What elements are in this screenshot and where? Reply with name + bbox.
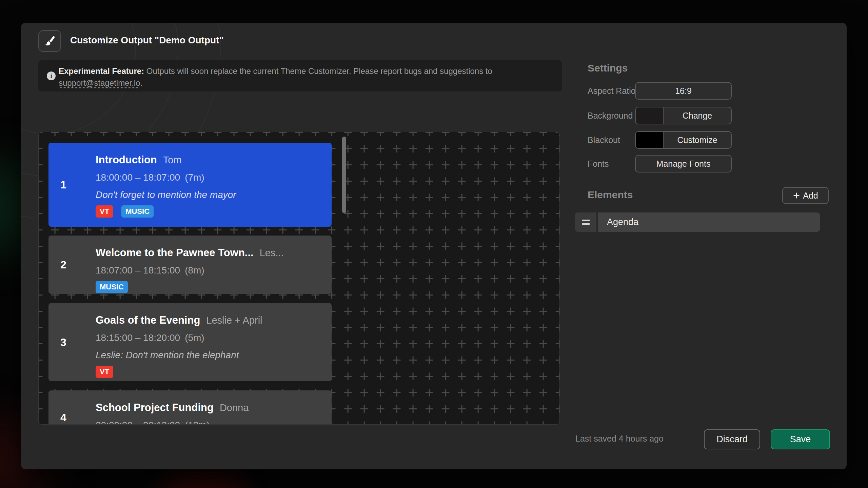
grid-plus-mark: + [294,132,304,138]
grid-plus-mark: + [82,132,93,138]
agenda-item-number: 2 [53,259,74,271]
grid-plus-mark: + [131,132,141,138]
grid-plus-mark: + [375,191,386,203]
grid-plus-mark: + [538,240,548,252]
settings-label-aspect-ratio: Aspect Ratio [588,82,636,100]
grid-plus-mark: + [375,272,386,285]
grid-plus-mark: + [554,289,560,301]
grid-plus-mark: + [506,132,516,138]
settings-button-manage-fonts[interactable]: Manage Fonts [635,155,732,172]
settings-label-fonts: Fonts [588,155,609,172]
info-icon: i [47,72,56,80]
grid-plus-mark: + [457,386,467,399]
grid-plus-mark: + [554,224,560,236]
grid-plus-mark: + [554,256,560,268]
grid-plus-mark: + [506,403,516,415]
agenda-item-note: Don't forget to mention the mayor [96,188,332,202]
agenda-item-title-row: Welcome to the Pawnee Town...Les... [96,246,332,260]
agenda-item-card[interactable]: 4School Project FundingDonna20:00:00 – 2… [48,390,332,425]
drag-handle-icon[interactable] [575,212,596,232]
grid-plus-mark: + [522,159,532,171]
grid-plus-mark: + [392,321,402,333]
grid-plus-mark: + [522,191,532,203]
grid-plus-mark: + [506,224,516,236]
settings-button-customize[interactable]: Customize [635,131,732,149]
preview-scrollbar-thumb[interactable] [342,137,346,213]
grid-plus-mark: + [522,403,532,415]
grid-plus-mark: + [473,370,483,382]
grid-plus-mark: + [440,305,451,317]
grid-plus-mark: + [522,370,532,382]
grid-plus-mark: + [522,321,532,333]
grid-plus-mark: + [408,370,418,382]
grid-plus-mark: + [489,142,499,155]
grid-plus-mark: + [440,321,451,333]
agenda-item-card[interactable]: 3Goals of the EveningLeslie + April18:15… [48,303,332,381]
agenda-item-tags: VT [96,366,332,378]
grid-plus-mark: + [408,132,418,138]
grid-plus-mark: + [506,386,516,399]
element-row-label[interactable]: Agenda [598,212,820,232]
settings-button-label: Manage Fonts [636,159,731,169]
time-range: 18:07:00 – 18:15:00 [96,265,180,276]
grid-plus-mark: + [489,240,499,252]
grid-plus-mark: + [522,256,532,268]
grid-plus-mark: + [473,191,483,203]
grid-plus-mark: + [440,132,451,138]
add-element-button[interactable]: Add [782,187,829,204]
agenda-item-title: Welcome to the Pawnee Town... [96,246,254,260]
save-button[interactable]: Save [771,429,830,449]
grid-plus-mark: + [359,240,369,252]
grid-plus-mark: + [408,175,418,187]
grid-plus-mark: + [473,419,483,425]
support-email-link[interactable]: support@stagetimer.io [59,78,140,87]
grid-plus-mark: + [554,175,560,187]
grid-plus-mark: + [375,338,386,350]
grid-plus-mark: + [538,289,548,301]
grid-plus-mark: + [375,207,386,220]
grid-plus-mark: + [38,256,44,268]
grid-plus-mark: + [554,403,560,415]
agenda-item-time: 18:00:00 – 18:07:00(7m) [96,171,332,184]
grid-plus-mark: + [440,338,451,350]
grid-plus-mark: + [538,370,548,382]
grid-plus-mark: + [424,191,434,203]
color-swatch[interactable] [636,132,664,148]
notice-bold: Experimental Feature: [59,66,144,76]
grid-plus-mark: + [359,403,369,415]
grid-plus-mark: + [522,240,532,252]
grid-plus-mark: + [457,159,467,171]
grid-plus-mark: + [38,354,44,366]
grid-plus-mark: + [538,386,548,399]
agenda-item-title-row: IntroductionTom [96,153,332,167]
color-swatch[interactable] [636,107,664,124]
agenda-item-card[interactable]: 1IntroductionTom18:00:00 – 18:07:00(7m)D… [48,143,332,227]
grid-plus-mark: + [229,132,239,138]
grid-plus-mark: + [359,419,369,425]
grid-plus-mark: + [343,370,353,382]
grid-plus-mark: + [506,142,516,155]
grid-plus-mark: + [522,272,532,285]
agenda-item-time: 20:00:00 – 20:13:00(13m) [96,419,332,425]
grid-plus-mark: + [473,305,483,317]
grid-plus-mark: + [343,256,353,268]
grid-plus-mark: + [506,338,516,350]
grid-plus-mark: + [440,386,451,399]
grid-plus-mark: + [343,289,353,301]
grid-plus-mark: + [440,175,451,187]
grid-plus-mark: + [343,224,353,236]
grid-plus-mark: + [392,191,402,203]
settings-button-16:9[interactable]: 16:9 [635,82,732,100]
settings-button-change[interactable]: Change [635,107,732,124]
grid-plus-mark: + [213,132,223,138]
grid-plus-mark: + [522,224,532,236]
agenda-item-card[interactable]: 2Welcome to the Pawnee Town...Les...18:0… [48,236,332,294]
grid-plus-mark: + [424,224,434,236]
discard-button[interactable]: Discard [704,429,760,449]
grid-plus-mark: + [538,354,548,366]
agenda-item-time: 18:07:00 – 18:15:00(8m) [96,264,332,277]
grid-plus-mark: + [554,191,560,203]
grid-plus-mark: + [392,256,402,268]
add-element-label: Add [803,191,818,201]
paintbrush-icon [38,30,61,52]
